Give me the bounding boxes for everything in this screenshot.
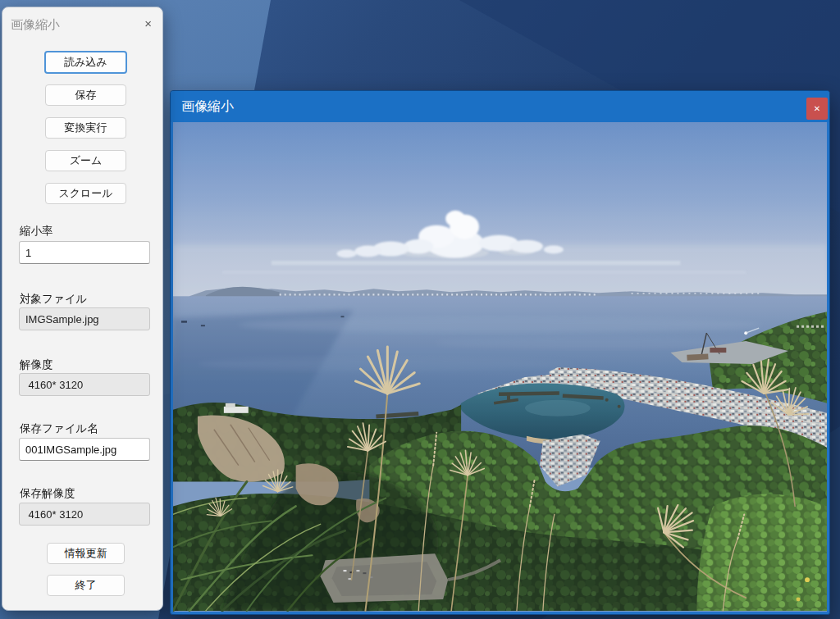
update-info-button[interactable]: 情報更新 — [47, 543, 125, 564]
image-window-title: 画像縮小 — [171, 98, 234, 116]
save-filename-label: 保存ファイル名 — [20, 421, 98, 436]
save-resolution-field — [19, 503, 150, 526]
close-icon[interactable]: × — [144, 16, 152, 30]
close-icon: ✕ — [814, 104, 820, 113]
save-filename-input[interactable] — [19, 438, 150, 461]
image-window: 画像縮小 ✕ — [170, 90, 830, 615]
image-window-titlebar[interactable]: 画像縮小 ✕ — [171, 91, 829, 122]
control-window: 画像縮小 × 読み込み 保存 変換実行 ズーム スクロール 縮小率 対象ファイル… — [2, 7, 163, 611]
convert-button[interactable]: 変換実行 — [45, 117, 126, 139]
load-button[interactable]: 読み込み — [44, 51, 127, 74]
resolution-label: 解像度 — [20, 357, 53, 372]
target-file-field — [19, 307, 150, 330]
save-resolution-label: 保存解像度 — [20, 486, 75, 501]
save-button[interactable]: 保存 — [45, 84, 126, 106]
image-window-close-button[interactable]: ✕ — [806, 98, 828, 120]
shrink-ratio-label: 縮小率 — [20, 224, 53, 239]
shrink-ratio-input[interactable] — [19, 241, 150, 264]
zoom-button[interactable]: ズーム — [45, 150, 126, 171]
scroll-button[interactable]: スクロール — [45, 183, 126, 204]
resolution-field — [19, 373, 150, 396]
control-window-title: 画像縮小 — [11, 17, 60, 33]
target-file-label: 対象ファイル — [20, 292, 87, 307]
exit-button[interactable]: 終了 — [47, 575, 125, 596]
landscape-photo — [173, 122, 827, 612]
